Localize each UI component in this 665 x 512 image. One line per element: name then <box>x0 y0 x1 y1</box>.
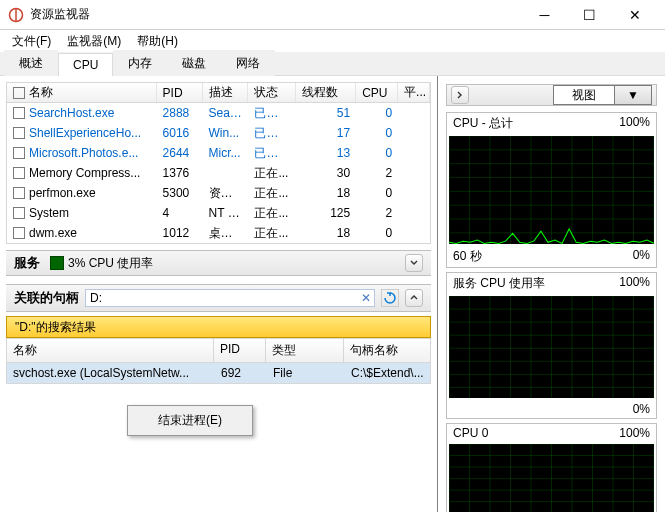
process-checkbox[interactable] <box>13 127 25 139</box>
chart-max: 100% <box>619 115 650 132</box>
tab-network[interactable]: 网络 <box>221 50 275 76</box>
process-checkbox[interactable] <box>13 167 25 179</box>
chart-canvas <box>449 136 654 244</box>
handles-search-input[interactable] <box>85 289 375 307</box>
process-row[interactable]: dwm.exe1012桌面...正在...180 <box>7 223 430 243</box>
process-threads: 13 <box>296 144 356 162</box>
col-desc[interactable]: 描述 <box>203 83 249 102</box>
process-desc: Win... <box>203 124 249 142</box>
menu-file[interactable]: 文件(F) <box>6 31 57 52</box>
process-status: 正在... <box>248 183 296 204</box>
handle-cell-pid: 692 <box>215 363 267 383</box>
services-title: 服务 <box>14 254 40 272</box>
expand-services-button[interactable] <box>405 254 423 272</box>
process-desc: 资源... <box>203 183 249 204</box>
process-cpu: 0 <box>356 104 398 122</box>
process-status: 正在... <box>248 163 296 184</box>
services-header[interactable]: 服务 3% CPU 使用率 <box>6 250 431 276</box>
chart-title: CPU - 总计 <box>453 115 513 132</box>
titlebar: 资源监视器 ─ ☐ ✕ <box>0 0 665 30</box>
process-checkbox[interactable] <box>13 187 25 199</box>
process-avg <box>398 231 430 235</box>
process-avg <box>398 191 430 195</box>
right-header: 视图 ▼ <box>446 84 657 106</box>
process-cpu: 2 <box>356 204 398 222</box>
clear-search-icon[interactable]: ✕ <box>361 291 371 305</box>
tab-overview[interactable]: 概述 <box>4 50 58 76</box>
process-pid: 5300 <box>157 184 203 202</box>
collapse-handles-button[interactable] <box>405 289 423 307</box>
menu-help[interactable]: 帮助(H) <box>131 31 184 52</box>
search-results-label: "D:"的搜索结果 <box>15 319 96 336</box>
select-all-checkbox[interactable] <box>13 87 25 99</box>
tab-disk[interactable]: 磁盘 <box>167 50 221 76</box>
hcol-pid[interactable]: PID <box>214 338 266 363</box>
context-menu: 结束进程(E) <box>127 405 253 436</box>
process-pid: 1012 <box>157 224 203 242</box>
process-desc: 桌面... <box>203 223 249 244</box>
handles-table-header: 名称 PID 类型 句柄名称 <box>6 338 431 363</box>
tab-bar: 概述 CPU 内存 磁盘 网络 <box>0 52 665 76</box>
process-status: 正在... <box>248 223 296 244</box>
process-name: Memory Compress... <box>29 166 140 180</box>
col-avg[interactable]: 平... <box>398 83 430 102</box>
process-avg <box>398 111 430 115</box>
process-row[interactable]: System4NT K...正在...1252 <box>7 203 430 223</box>
col-pid[interactable]: PID <box>157 83 203 102</box>
chart-title: 服务 CPU 使用率 <box>453 275 545 292</box>
process-row[interactable]: Memory Compress...1376正在...302 <box>7 163 430 183</box>
services-cpu-text: 3% CPU 使用率 <box>68 255 153 272</box>
chart-block: 服务 CPU 使用率100%0% <box>446 272 657 419</box>
handle-row[interactable]: svchost.exe (LocalSystemNetw... 692 File… <box>6 363 431 384</box>
process-row[interactable]: ShellExperienceHo...6016Win...已暂停170 <box>7 123 430 143</box>
app-icon <box>8 7 24 23</box>
process-row[interactable]: SearchHost.exe2888Sear...已暂停510 <box>7 103 430 123</box>
view-label: 视图 <box>554 87 614 104</box>
services-cpu-badge: 3% CPU 使用率 <box>50 255 153 272</box>
handles-header: 关联的句柄 ✕ <box>6 284 431 312</box>
maximize-button[interactable]: ☐ <box>567 0 612 30</box>
col-status[interactable]: 状态 <box>248 83 296 102</box>
chart-footer-right: 0% <box>633 248 650 265</box>
chart-footer-left: 60 秒 <box>453 248 482 265</box>
menu-monitor[interactable]: 监视器(M) <box>61 31 127 52</box>
tab-memory[interactable]: 内存 <box>113 50 167 76</box>
process-checkbox[interactable] <box>13 227 25 239</box>
process-checkbox[interactable] <box>13 107 25 119</box>
col-cpu[interactable]: CPU <box>356 83 398 102</box>
process-desc: Sear... <box>203 104 249 122</box>
handles-title: 关联的句柄 <box>14 289 79 307</box>
end-process-menuitem[interactable]: 结束进程(E) <box>130 408 250 433</box>
process-table: 名称 PID 描述 状态 线程数 CPU 平... SearchHost.exe… <box>6 82 431 244</box>
process-pid: 6016 <box>157 124 203 142</box>
chevron-down-icon: ▼ <box>614 86 651 104</box>
refresh-search-button[interactable] <box>381 289 399 307</box>
col-threads[interactable]: 线程数 <box>296 83 356 102</box>
collapse-right-button[interactable] <box>451 86 469 104</box>
view-select[interactable]: 视图 ▼ <box>553 85 652 105</box>
col-name[interactable]: 名称 <box>29 84 53 101</box>
hcol-name[interactable]: 名称 <box>6 338 214 363</box>
close-button[interactable]: ✕ <box>612 0 657 30</box>
process-desc: NT K... <box>203 204 249 222</box>
hcol-type[interactable]: 类型 <box>266 338 344 363</box>
hcol-handle-name[interactable]: 句柄名称 <box>344 338 431 363</box>
process-pid: 2644 <box>157 144 203 162</box>
process-row[interactable]: perfmon.exe5300资源...正在...180 <box>7 183 430 203</box>
left-pane: 名称 PID 描述 状态 线程数 CPU 平... SearchHost.exe… <box>0 76 438 512</box>
handle-cell-name: svchost.exe (LocalSystemNetw... <box>7 363 215 383</box>
minimize-button[interactable]: ─ <box>522 0 567 30</box>
process-pid: 4 <box>157 204 203 222</box>
tab-cpu[interactable]: CPU <box>58 53 113 76</box>
process-avg <box>398 131 430 135</box>
process-name: perfmon.exe <box>29 186 96 200</box>
process-row[interactable]: Microsoft.Photos.e...2644Micr...已暂停130 <box>7 143 430 163</box>
process-cpu: 0 <box>356 124 398 142</box>
process-pid: 2888 <box>157 104 203 122</box>
process-checkbox[interactable] <box>13 207 25 219</box>
process-cpu: 0 <box>356 184 398 202</box>
process-checkbox[interactable] <box>13 147 25 159</box>
process-table-header: 名称 PID 描述 状态 线程数 CPU 平... <box>7 83 430 103</box>
chart-title: CPU 0 <box>453 426 488 440</box>
process-name: dwm.exe <box>29 226 77 240</box>
